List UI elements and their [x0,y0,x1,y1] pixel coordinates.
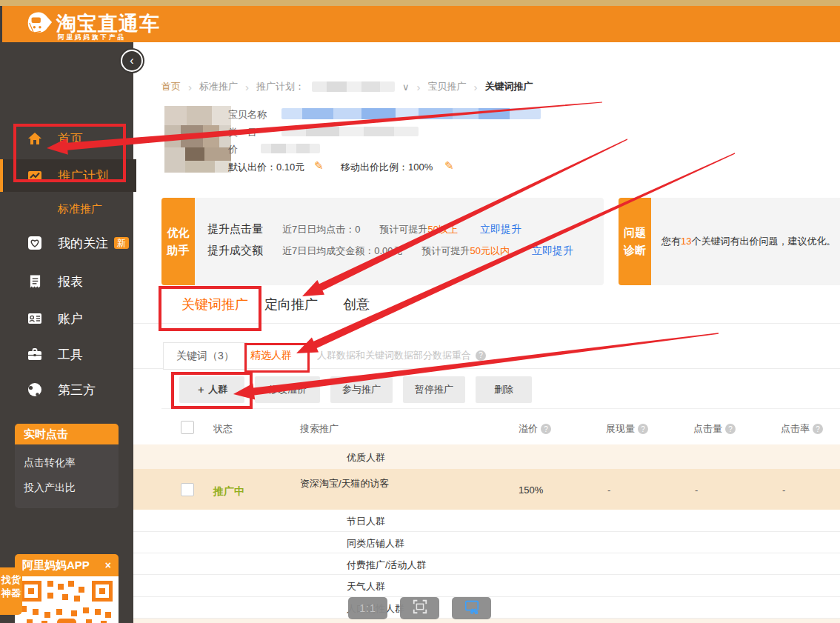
premium-value: 150% [519,484,543,496]
optimizer-row-sales: 提升成交额 近7日日均成交金额：0.00元 预计可提升50元以内 立即提升 [207,244,573,258]
chevron-left-icon: ‹ [130,55,133,67]
header-clicks: 点击量? [693,422,736,436]
goods-finder-side-tab[interactable]: 找货 神器 ▸ [0,567,22,615]
crumb-home[interactable]: 首页 [161,80,181,93]
header-premium: 溢价? [519,422,551,436]
sidebar-collapse-button[interactable]: ‹ [121,50,143,72]
help-icon[interactable]: ? [725,424,736,434]
crumb-item-promo[interactable]: 宝贝推广 [428,80,467,93]
header-status: 状态 [213,422,233,436]
briefcase-chart-icon [27,167,43,184]
sidebar-item-thirdparty[interactable]: 第三方 [0,373,133,406]
home-icon [27,130,43,147]
viewer-snip-button[interactable] [452,597,491,619]
logo-subtitle: 阿里妈妈旗下产品 [58,33,126,42]
crowd-name: 资深淘宝/天猫的访客 [300,477,390,490]
sidebar-item-account[interactable]: 账户 [0,302,133,335]
group-row: 天气人群 [133,575,840,597]
crumb-current: 关键词推广 [485,80,533,93]
modify-premium-button[interactable]: 修改溢价 [255,376,320,403]
report-icon [27,273,43,290]
subtab-keywords[interactable]: 关键词（3） [163,342,247,370]
header-impressions: 展现量? [606,422,648,436]
product-thumbnail [164,106,231,173]
sidebar-item-plans[interactable]: 推广计划 [0,159,136,192]
tab-targeted-promo[interactable]: 定向推广 [264,296,318,313]
realtime-panel: 实时点击 点击转化率 投入产出比 [15,424,119,508]
crumb-plan-label: 推广计划： [256,80,304,93]
caret-down-icon[interactable]: ∨ [402,81,410,93]
product-category-label: 类 目 [228,126,267,139]
help-icon[interactable]: ? [541,424,551,434]
tab-keyword-promo[interactable]: 关键词推广 [181,296,248,313]
crowd-data-row[interactable]: 推广中 资深淘宝/天猫的访客 150% - - - [133,469,840,510]
realtime-panel-title: 实时点击 [15,424,119,444]
tab-creative[interactable]: 创意 [343,296,370,313]
top-strip [0,0,840,6]
ctr-value: - [782,484,785,496]
close-icon[interactable]: × [105,559,111,571]
chevron-right-icon: › [474,81,478,93]
help-icon[interactable]: ? [813,424,823,434]
toolbox-icon [27,346,43,362]
chevron-right-icon: › [188,81,192,93]
snip-icon [464,599,480,618]
product-name-label: 宝贝名称 [228,108,267,121]
tabs-divider [133,323,840,324]
help-icon[interactable]: ? [638,424,648,434]
app-header: 淘宝直通车 阿里妈妈旗下产品 [0,6,840,42]
header-edge [0,6,2,42]
edit-icon[interactable]: ✎ [314,159,324,173]
table-top-divider [161,408,840,409]
diagnosis-card: 问题 诊断 您有13个关键词有出价问题，建议优化。 立即优化 [619,198,840,285]
edit-icon[interactable]: ✎ [444,159,454,173]
header-search-promo: 搜索推广 [300,422,339,436]
fullscreen-icon [412,599,428,618]
thirdparty-icon [27,382,43,398]
delete-button[interactable]: 删除 [476,376,532,403]
product-price-redacted [261,144,320,153]
breadcrumb: 首页 › 标准推广 › 推广计划： ∨ › 宝贝推广 › 关键词推广 [161,80,533,93]
arrow-right-icon: ▸ [17,585,21,596]
product-price-label: 价 [228,143,238,156]
pause-promo-button[interactable]: 暂停推广 [403,376,465,403]
header-ctr: 点击率? [781,422,823,436]
optimizer-card: 优化 助手 提升点击量 近7日日均点击：0 预计可提升50以上 立即提升 提升成… [161,198,604,285]
app-panel-title: 阿里妈妈APP [22,559,90,573]
product-name-redacted [281,108,541,119]
id-card-icon [27,310,43,327]
optimizer-label: 优化 助手 [161,198,195,285]
diagnosis-text: 您有13个关键词有出价问题，建议优化。 立即优化 [661,235,840,248]
status-badge: 推广中 [213,485,244,499]
product-category-redacted [281,127,419,136]
group-row: 节日人群 [133,510,840,532]
logo-train-icon [25,9,53,40]
clicks-value: - [695,484,698,496]
group-row: 付费推广/活动人群 [133,553,840,575]
sidebar-item-reports[interactable]: 报表 [0,265,133,298]
optimizer-row-clicks: 提升点击量 近7日日均点击：0 预计可提升50以上 立即提升 [207,222,521,236]
taobao-zhitongche-app: 淘宝直通车 阿里妈妈旗下产品 ‹ 首页 推广计划 标准推广 我的关注 新 报表 [0,0,840,623]
viewer-fullscreen-button[interactable] [400,597,439,619]
boost-now-link[interactable]: 立即提升 [532,244,573,258]
realtime-item-roi[interactable]: 投入产出比 [15,482,119,495]
viewer-ratio-button[interactable]: 1:1 [348,597,387,619]
plan-name-redacted [312,81,395,92]
crowd-data-hint: 人群数据和关键词数据部分数据重合 ? [317,342,486,368]
sidebar-item-home[interactable]: 首页 [0,122,133,155]
boost-now-link[interactable]: 立即提升 [480,223,521,236]
subtab-selected-crowds[interactable]: 精选人群 [250,342,292,368]
realtime-item-conversion[interactable]: 点击转化率 [15,456,119,470]
sidebar-item-follows[interactable]: 我的关注 新 [0,227,133,259]
sidebar-item-tools[interactable]: 工具 [0,338,133,370]
default-bid-text: 默认出价：0.10元 [228,161,304,174]
add-crowd-button[interactable]: ＋ 人群 [179,376,244,403]
new-badge: 新 [114,237,129,249]
select-all-checkbox[interactable] [181,421,194,434]
help-icon[interactable]: ? [476,350,486,361]
row-checkbox[interactable] [181,483,194,496]
diagnosis-label: 问题 诊断 [619,198,651,285]
crumb-standard-promo[interactable]: 标准推广 [199,80,238,93]
sidebar-item-standard-promo[interactable]: 标准推广 [0,193,133,225]
join-promo-button[interactable]: 参与推广 [330,376,393,403]
